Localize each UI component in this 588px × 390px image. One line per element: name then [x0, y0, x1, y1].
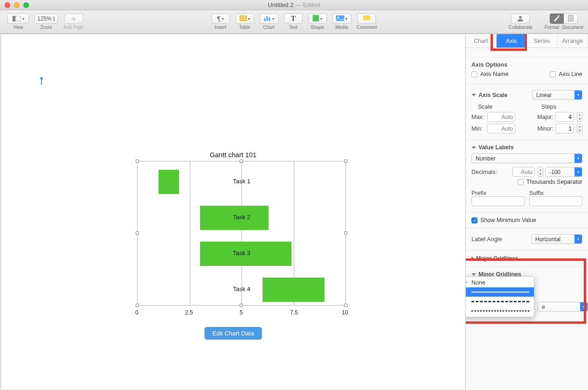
brush-icon	[553, 15, 560, 23]
bar-task4[interactable]	[263, 278, 325, 302]
svg-marker-14	[364, 20, 366, 21]
label-angle-label: Label Angle	[471, 236, 502, 243]
y-tick-0: Task 1	[218, 178, 250, 185]
decimals-format-select[interactable]: -100▾	[545, 167, 582, 177]
steps-label: Steps	[541, 104, 556, 110]
document-button[interactable]	[564, 14, 578, 24]
min-input[interactable]	[487, 124, 515, 133]
format-label: Format	[545, 25, 560, 30]
svg-rect-10	[312, 15, 319, 21]
insertion-cursor	[40, 77, 43, 87]
svg-rect-8	[266, 16, 268, 21]
decimals-stepper[interactable]: ▲▼	[538, 167, 543, 177]
major-stepper[interactable]: ▲▼	[577, 112, 582, 122]
chart-icon	[263, 15, 271, 22]
view-button[interactable]: ▾	[7, 14, 29, 24]
format-button[interactable]	[550, 14, 564, 24]
comment-icon	[363, 15, 370, 22]
table-button[interactable]: ▾	[235, 14, 254, 24]
x-tick-0: 0	[135, 309, 138, 316]
svg-rect-11	[336, 15, 344, 21]
x-tick-2: 5	[240, 309, 243, 316]
titlebar: Untitled 2 — Edited	[0, 0, 588, 10]
add-page-label: Add Page	[63, 25, 84, 30]
prefix-label: Prefix	[471, 190, 525, 196]
canvas[interactable]: Gantt chart 101	[0, 34, 466, 390]
collaborate-icon	[516, 15, 525, 23]
insert-button[interactable]: ¶▾	[211, 14, 230, 24]
y-tick-2: Task 3	[218, 250, 250, 257]
insert-label: Insert	[214, 25, 226, 30]
minor-gridlines-visible-select[interactable]: e▾	[538, 302, 588, 312]
chart-button[interactable]: ▾	[260, 14, 278, 24]
page: Gantt chart 101	[1, 35, 465, 390]
chart-title[interactable]: Gantt chart 101	[210, 151, 256, 159]
decimals-input[interactable]	[512, 167, 535, 177]
bar-task1[interactable]	[159, 170, 180, 194]
major-input[interactable]	[555, 112, 574, 122]
x-tick-3: 7.5	[290, 309, 298, 316]
comment-label: Comment	[357, 25, 377, 30]
thousands-checkbox[interactable]: Thousands Separator	[518, 179, 582, 185]
tab-series[interactable]: Series	[527, 34, 558, 48]
edit-chart-data-button[interactable]: Edit Chart Data	[205, 327, 262, 340]
value-labels-select[interactable]: Number▾	[471, 153, 582, 163]
tab-arrange[interactable]: Arrange	[558, 34, 588, 48]
svg-rect-0	[13, 16, 15, 21]
table-label: Table	[239, 25, 250, 30]
suffix-input[interactable]	[529, 196, 582, 206]
prefix-input[interactable]	[471, 196, 525, 206]
zoom-select[interactable]: 125%▴▾	[35, 14, 58, 24]
svg-rect-2	[239, 15, 247, 21]
shape-button[interactable]: ▾	[308, 14, 327, 24]
inspector: Chart Axis Series Arrange Axis Options A…	[466, 34, 588, 390]
major-gridlines-header[interactable]: Major Gridlines	[471, 255, 582, 262]
chart-label: Chart	[263, 25, 275, 30]
y-tick-3: Task 4	[218, 286, 250, 292]
media-button[interactable]: ▾	[332, 14, 351, 24]
tab-chart[interactable]: Chart	[466, 34, 497, 48]
axis-scale-select[interactable]: Linear▾	[532, 90, 582, 100]
minor-input[interactable]	[555, 124, 574, 133]
x-tick-4: 10	[342, 309, 348, 316]
svg-rect-1	[15, 16, 21, 21]
media-label: Media	[335, 25, 348, 30]
zoom-label: Zoom	[40, 25, 52, 30]
axis-name-checkbox[interactable]: Axis Name	[471, 71, 508, 77]
svg-rect-16	[558, 15, 560, 17]
show-min-checkbox[interactable]: ✓Show Minimum Value	[471, 217, 582, 223]
value-labels-header[interactable]: Value Labels	[478, 144, 514, 151]
tab-axis[interactable]: Axis	[497, 34, 527, 48]
gridline-option-dashed[interactable]	[466, 297, 534, 306]
toolbar: ▾ View 125%▴▾ Zoom ＋ Add Page ¶▾ Insert …	[0, 10, 588, 34]
comment-button[interactable]	[357, 14, 376, 24]
minor-stepper[interactable]: ▲▼	[577, 124, 582, 133]
svg-rect-7	[264, 18, 265, 21]
svg-point-21	[41, 77, 43, 80]
document-label: Document	[562, 25, 583, 30]
window-title: Untitled 2 — Edited	[0, 1, 588, 8]
scale-label: Scale	[478, 104, 492, 110]
table-icon	[239, 15, 247, 22]
collaborate-button[interactable]	[511, 14, 530, 24]
svg-rect-13	[363, 15, 370, 20]
suffix-label: Suffix	[529, 190, 582, 196]
gridline-option-solid[interactable]	[466, 287, 534, 297]
axis-scale-header[interactable]: Axis Scale	[478, 92, 508, 98]
shape-icon	[312, 15, 319, 23]
collaborate-label: Collaborate	[509, 25, 533, 30]
svg-point-15	[519, 16, 522, 19]
y-tick-1: Task 2	[218, 214, 250, 221]
gridline-option-dotted[interactable]	[466, 306, 534, 315]
axis-options-header: Axis Options	[471, 62, 582, 68]
gridline-style-popup: ✓None	[466, 276, 534, 317]
gridline-option-none[interactable]: ✓None	[466, 278, 534, 287]
axis-line-checkbox[interactable]: Axis Line	[550, 71, 582, 77]
text-button[interactable]: T	[284, 14, 303, 24]
add-page-button[interactable]: ＋	[64, 14, 83, 24]
view-label: View	[13, 25, 23, 30]
document-icon	[568, 15, 574, 23]
max-input[interactable]	[487, 112, 515, 122]
label-angle-select[interactable]: Horizontal▾	[531, 234, 582, 244]
inspector-tabs: Chart Axis Series Arrange	[466, 34, 588, 48]
